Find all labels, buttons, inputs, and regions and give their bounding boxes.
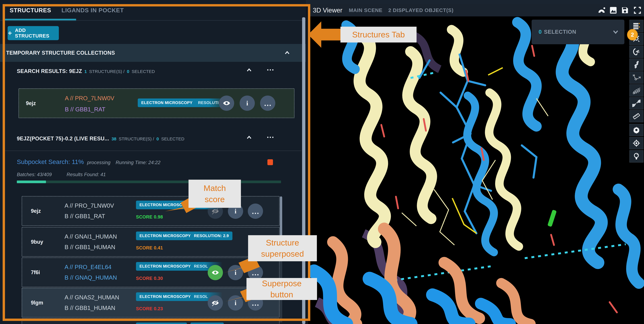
info-button[interactable]: i <box>240 96 255 111</box>
group2-divider <box>4 151 302 151</box>
add-structures-button[interactable]: ADD STRUCTURES <box>8 26 59 40</box>
job-batches: Batches: 43/409 <box>17 172 52 177</box>
stop-search-button[interactable] <box>268 159 273 165</box>
group1-count: 1 <box>84 69 87 74</box>
fullscreen-button[interactable] <box>631 6 644 14</box>
helix-icon <box>632 61 640 68</box>
target-icon <box>632 139 640 147</box>
row-id: 9lgm <box>31 300 43 306</box>
selection-dropdown[interactable]: 0 SELECTION <box>532 20 624 44</box>
info-icon: i <box>234 269 236 276</box>
result-row-partial[interactable] <box>22 318 280 324</box>
group1-collapse-chevron-up-icon[interactable] <box>246 67 252 73</box>
water-tool[interactable]: H O H <box>629 71 644 84</box>
fullscreen-icon <box>634 6 641 14</box>
performance-gauge-button[interactable] <box>596 7 608 14</box>
eye-icon <box>211 268 220 277</box>
info-button[interactable]: i <box>228 265 243 280</box>
tabs-divider <box>0 20 306 21</box>
chain-b-label: B // GBB1_HUMAN <box>64 305 115 311</box>
chain-b-label: B // GBB1_HUMAN <box>64 244 115 250</box>
eye-slash-icon <box>211 299 220 307</box>
collections-title: TEMPORARY STRUCTURE COLLECTIONS <box>6 50 115 56</box>
structures-panel: STRUCTURES LIGANDS IN POCKET ADD STRUCTU… <box>0 0 306 324</box>
surface-tool[interactable] <box>629 84 644 97</box>
group2-menu-button[interactable]: … <box>266 134 274 136</box>
method-badge: ELECTRON MICROSCOPY <box>136 262 194 271</box>
settings-tool[interactable] <box>629 124 644 136</box>
protein-scene <box>308 17 644 324</box>
focus-tool[interactable] <box>629 137 644 149</box>
selection-label: SELECTION <box>544 29 576 35</box>
group1-count-suffix: STRUCTURE(S) / <box>89 69 124 74</box>
chain-a-label: A // PRO_E4EL64 <box>64 264 112 270</box>
group2-collapse-chevron-up-icon[interactable] <box>246 135 252 140</box>
group-search-results-header: SEARCH RESULTS: 9EJZ 1 STRUCTURE(S) / 0 … <box>17 68 155 74</box>
viewer-header: 3D Viewer MAIN SCENE 2 DISPLAYED OBJECT(… <box>308 4 644 17</box>
lighting-tool[interactable] <box>629 150 644 163</box>
chain-a-label: A // PRO_7LNW0V <box>64 202 114 209</box>
info-icon: i <box>234 208 236 215</box>
add-structures-label: ADD STRUCTURES <box>15 28 59 39</box>
water-icon: H O H <box>632 74 641 81</box>
viewer-canvas[interactable] <box>308 17 644 324</box>
image-icon <box>609 6 617 14</box>
eye-icon <box>222 99 231 107</box>
annotation-superpose-button: Superpose button <box>246 278 317 300</box>
chain-a-label: A // GNAS2_HUMAN <box>64 294 119 301</box>
save-button[interactable] <box>619 6 631 14</box>
result-row-9lgm[interactable]: 9lgm A // GNAS2_HUMAN B // GBB1_HUMAN EL… <box>22 288 280 317</box>
search-progress-fill <box>17 181 46 183</box>
scene-label: MAIN SCENE <box>349 7 382 13</box>
contacts-tool[interactable] <box>629 97 644 109</box>
row-id: 9buy <box>31 239 43 245</box>
row-id: 7f6i <box>31 269 40 275</box>
visibility-eye-button[interactable] <box>219 96 234 111</box>
info-button[interactable]: i <box>228 295 243 310</box>
tab-structures[interactable]: STRUCTURES <box>10 7 51 14</box>
result-row-7f6i[interactable]: 7f6i A // PRO_E4EL64 B // GNAQ_HUMAN ELE… <box>22 257 280 287</box>
method-badge: ELECTRON MICROSCOPY <box>136 232 194 240</box>
search-progress-bar <box>17 181 281 183</box>
lightbulb-icon <box>632 152 640 160</box>
viewer-title: 3D Viewer <box>313 7 342 14</box>
eye-slash-icon <box>211 207 220 215</box>
more-button[interactable]: … <box>260 96 275 111</box>
selection-count: 0 <box>538 29 542 35</box>
chevron-up-icon[interactable] <box>284 50 290 55</box>
more-dots-icon: … <box>252 210 259 213</box>
match-score-value: SCORE 0.30 <box>136 276 163 281</box>
match-score-value: SCORE 0.23 <box>136 306 163 311</box>
chain-a-label: A // GNAI1_HUMAN <box>64 233 117 240</box>
annotation-structures-tab: Structures Tab <box>340 27 416 43</box>
svg-text:H: H <box>633 74 635 77</box>
tab-ligands-in-pocket[interactable]: LIGANDS IN POCKET <box>62 7 124 14</box>
result-row-9buy[interactable]: 9buy A // GNAI1_HUMAN B // GBB1_HUMAN EL… <box>22 227 280 257</box>
more-dots-icon: … <box>264 102 272 105</box>
notification-badge: 2 <box>627 29 638 41</box>
displayed-objects-label: 2 DISPLAYED OBJECT(S) <box>388 7 454 13</box>
group1-menu-button[interactable]: … <box>266 66 274 69</box>
superpose-button[interactable] <box>208 295 223 310</box>
collections-section-header[interactable]: TEMPORARY STRUCTURE COLLECTIONS <box>0 44 306 62</box>
annotation-match-score: Match score <box>188 180 241 208</box>
structure-card-9ejz[interactable]: 9ejz A // PRO_7LNW0V B // GBB1_RAT ELECT… <box>18 88 294 118</box>
subpocket-search-status: Subpocket Search: 11% <box>17 158 84 166</box>
row-id: 9ejz <box>31 208 41 214</box>
annotation-structure-superposed: Structure superposed <box>248 235 317 261</box>
job-state: processing <box>87 160 110 165</box>
superpose-button-active[interactable] <box>208 265 223 280</box>
info-icon: i <box>246 99 248 107</box>
group2-selected-suffix: SELECTED <box>161 136 184 141</box>
measure-tool[interactable] <box>629 110 644 122</box>
group2-count-suffix: STRUCTURE(S) / <box>119 136 154 141</box>
cartoon-tool[interactable] <box>629 59 644 71</box>
pocket-tool[interactable] <box>629 46 644 58</box>
job-running-time: Running Time: 24:22 <box>116 160 160 165</box>
save-floppy-icon <box>621 6 629 14</box>
group2-count: 38 <box>112 136 116 141</box>
ruler-icon <box>632 112 640 120</box>
more-button[interactable]: … <box>248 204 263 219</box>
screenshot-button[interactable] <box>608 6 619 14</box>
list-icon <box>632 22 640 30</box>
